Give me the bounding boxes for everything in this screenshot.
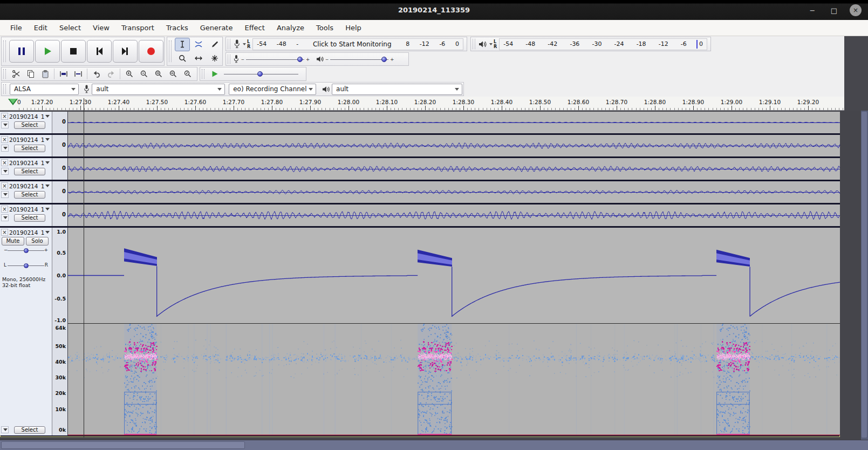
slider-thumb[interactable] (24, 263, 29, 268)
select-track-button[interactable]: Select (14, 145, 45, 152)
close-track-button[interactable]: × (1, 206, 8, 213)
playback-volume-slider[interactable] (330, 54, 388, 64)
select-track-button[interactable]: Select (14, 168, 45, 175)
select-track-button[interactable]: Select (14, 191, 45, 199)
mute-button[interactable]: Mute (2, 237, 24, 246)
close-button[interactable]: × (850, 4, 862, 16)
track-name-dropdown[interactable]: 20190214_1 (9, 183, 51, 189)
silence-button[interactable] (71, 67, 85, 80)
waveform-canvas[interactable] (68, 158, 840, 180)
zoom-in-button[interactable] (122, 67, 136, 80)
expand-track-button[interactable] (1, 168, 9, 175)
expand-track-button[interactable] (1, 121, 9, 128)
waveform-area[interactable] (68, 204, 840, 226)
play-button[interactable] (35, 40, 60, 63)
waveform-canvas[interactable] (68, 228, 840, 323)
close-track-button[interactable]: × (1, 113, 8, 120)
close-track-button[interactable]: × (1, 136, 8, 143)
waveform-area[interactable] (68, 181, 840, 203)
recording-device-select[interactable]: ault (92, 84, 225, 95)
toolbar-grip[interactable] (169, 40, 172, 63)
draw-tool-button[interactable] (207, 38, 222, 51)
expand-track-button[interactable] (1, 145, 9, 152)
play-pin-icon[interactable] (8, 99, 18, 105)
waveform-area[interactable] (68, 112, 840, 133)
solo-button[interactable]: Solo (26, 237, 49, 246)
menu-item-transport[interactable]: Transport (115, 20, 160, 36)
scrollbar-thumb[interactable] (862, 112, 867, 438)
select-track-button[interactable]: Select (14, 426, 45, 434)
select-track-button[interactable]: Select (14, 214, 45, 222)
vertical-scrollbar[interactable] (861, 111, 868, 440)
horizontal-scrollbar[interactable] (0, 440, 868, 450)
minimize-button[interactable]: − (807, 4, 818, 16)
waveform-canvas[interactable] (68, 204, 840, 226)
copy-button[interactable] (23, 67, 38, 80)
select-track-button[interactable]: Select (14, 121, 45, 129)
zoom-toggle-button[interactable] (180, 67, 195, 80)
waveform-area[interactable] (68, 135, 840, 156)
menu-item-effect[interactable]: Effect (238, 20, 270, 36)
zoom-out-button[interactable] (136, 67, 151, 80)
menu-item-file[interactable]: File (4, 20, 28, 36)
close-track-button[interactable]: × (1, 229, 8, 236)
close-track-button[interactable]: × (1, 159, 8, 166)
undo-button[interactable] (89, 67, 104, 80)
spectrogram-canvas[interactable] (68, 324, 840, 435)
track-name-dropdown[interactable]: 20190214_1 (9, 206, 51, 213)
play-at-speed-button[interactable] (207, 67, 222, 80)
menu-item-tracks[interactable]: Tracks (160, 20, 194, 36)
slider-thumb[interactable] (297, 57, 303, 62)
menu-item-edit[interactable]: Edit (28, 20, 53, 36)
waveform-canvas[interactable] (68, 112, 840, 133)
recording-meter-device[interactable] (233, 39, 246, 49)
timeshift-tool-button[interactable] (191, 52, 206, 65)
menu-item-analyze[interactable]: Analyze (271, 20, 310, 36)
waveform-canvas[interactable] (68, 135, 840, 156)
envelope-tool-button[interactable] (191, 38, 206, 51)
stop-button[interactable] (61, 40, 86, 63)
pan-slider[interactable]: L R (3, 262, 49, 269)
recording-channels-select[interactable]: eo) Recording Channels (229, 84, 316, 95)
timeline-ruler[interactable]: 01:27.201:27.301:27.401:27.501:27.601:27… (0, 97, 844, 111)
zoom-tool-button[interactable] (175, 52, 190, 65)
trim-button[interactable] (56, 67, 71, 80)
maximize-button[interactable]: □ (828, 4, 840, 16)
menu-item-generate[interactable]: Generate (194, 20, 239, 36)
toolbar-grip[interactable] (228, 39, 230, 50)
toolbar-grip[interactable] (202, 69, 204, 79)
redo-button[interactable] (104, 67, 118, 80)
track-name-dropdown[interactable]: 20190214_1 (9, 137, 51, 143)
cut-button[interactable] (9, 67, 23, 80)
record-button[interactable] (139, 40, 163, 63)
toolbar-grip[interactable] (3, 69, 6, 79)
skip-start-button[interactable] (87, 40, 112, 63)
menu-item-tools[interactable]: Tools (310, 20, 339, 36)
menu-item-help[interactable]: Help (339, 20, 367, 36)
monitoring-text[interactable]: Click to Start Monitoring (309, 40, 396, 48)
toolbar-grip[interactable] (228, 54, 230, 64)
menu-item-view[interactable]: View (87, 20, 115, 36)
gain-slider[interactable]: − + (3, 247, 49, 254)
multi-tool-button[interactable] (207, 52, 222, 65)
scrollbar-thumb[interactable] (1, 441, 245, 449)
slider-thumb[interactable] (257, 71, 263, 77)
playback-meter-device[interactable] (478, 40, 493, 49)
menu-item-select[interactable]: Select (53, 20, 87, 36)
slider-thumb[interactable] (381, 57, 387, 62)
zoom-selection-button[interactable] (151, 67, 166, 80)
track-name-dropdown[interactable]: 20190214_1 (9, 229, 51, 236)
zoom-fit-button[interactable] (166, 67, 180, 80)
waveform-view[interactable] (68, 228, 840, 324)
track-name-dropdown[interactable]: 20190214_1 (9, 160, 51, 166)
skip-end-button[interactable] (113, 40, 138, 63)
toolbar-grip[interactable] (3, 40, 6, 63)
collapse-track-button[interactable] (1, 426, 9, 433)
close-track-button[interactable]: × (1, 182, 8, 189)
toolbar-grip[interactable] (473, 39, 475, 50)
expand-track-button[interactable] (1, 214, 9, 221)
spectrogram-view[interactable] (68, 324, 840, 435)
playback-meter-scale[interactable]: -54 -48 -42 -36 -30 -24 -18 -12 -6 0 (499, 38, 707, 50)
pause-button[interactable] (9, 40, 34, 63)
waveform-area[interactable] (68, 158, 840, 180)
